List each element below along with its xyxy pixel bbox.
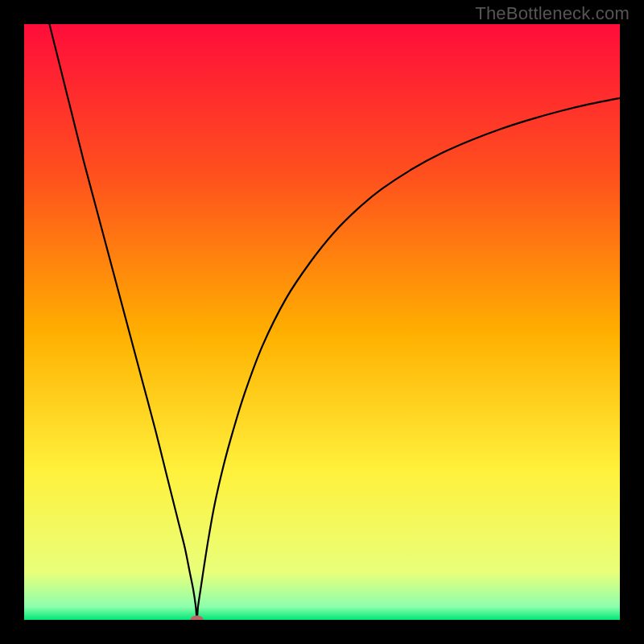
chart-svg [24, 24, 620, 620]
chart-frame: TheBottleneck.com [0, 0, 644, 644]
plot-area [24, 24, 620, 620]
gradient-background [24, 24, 620, 620]
watermark-text: TheBottleneck.com [475, 3, 630, 24]
